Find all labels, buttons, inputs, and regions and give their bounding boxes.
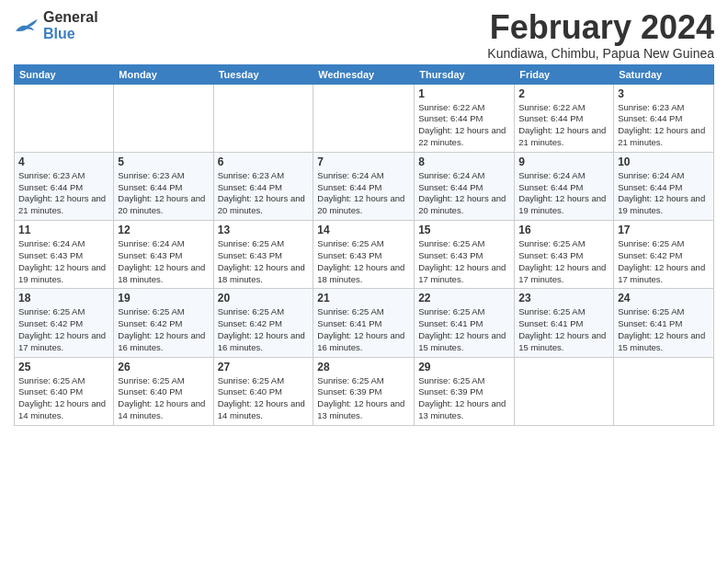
location-subtitle: Kundiawa, Chimbu, Papua New Guinea — [487, 46, 714, 61]
day-info: Sunrise: 6:22 AM Sunset: 6:44 PM Dayligh… — [518, 102, 609, 149]
day-number: 28 — [317, 361, 410, 373]
day-info: Sunrise: 6:25 AM Sunset: 6:40 PM Dayligh… — [118, 375, 209, 422]
day-info: Sunrise: 6:25 AM Sunset: 6:41 PM Dayligh… — [418, 306, 510, 353]
col-saturday: Saturday — [614, 64, 714, 84]
header: General Blue February 2024 Kundiawa, Chi… — [14, 9, 714, 61]
col-wednesday: Wednesday — [313, 64, 415, 84]
day-number: 16 — [518, 224, 609, 236]
table-row: 5Sunrise: 6:23 AM Sunset: 6:44 PM Daylig… — [114, 152, 213, 220]
day-number: 2 — [518, 87, 609, 100]
table-row: 11Sunrise: 6:24 AM Sunset: 6:43 PM Dayli… — [15, 221, 114, 289]
day-info: Sunrise: 6:24 AM Sunset: 6:44 PM Dayligh… — [518, 170, 609, 217]
table-row: 21Sunrise: 6:25 AM Sunset: 6:41 PM Dayli… — [313, 289, 415, 357]
logo-text: General Blue — [43, 9, 98, 41]
table-row: 16Sunrise: 6:25 AM Sunset: 6:43 PM Dayli… — [515, 221, 614, 289]
table-row: 17Sunrise: 6:25 AM Sunset: 6:42 PM Dayli… — [614, 221, 714, 289]
day-number: 22 — [418, 292, 510, 304]
col-sunday: Sunday — [15, 64, 114, 84]
day-number: 19 — [118, 292, 209, 304]
table-row: 27Sunrise: 6:25 AM Sunset: 6:40 PM Dayli… — [213, 357, 313, 425]
calendar-week-row: 11Sunrise: 6:24 AM Sunset: 6:43 PM Dayli… — [15, 221, 714, 289]
table-row: 4Sunrise: 6:23 AM Sunset: 6:44 PM Daylig… — [15, 152, 114, 220]
month-title: February 2024 — [487, 9, 714, 46]
day-info: Sunrise: 6:25 AM Sunset: 6:40 PM Dayligh… — [18, 375, 109, 422]
table-row: 8Sunrise: 6:24 AM Sunset: 6:44 PM Daylig… — [415, 152, 515, 220]
day-number: 12 — [118, 224, 209, 236]
day-info: Sunrise: 6:25 AM Sunset: 6:43 PM Dayligh… — [518, 238, 609, 285]
table-row: 25Sunrise: 6:25 AM Sunset: 6:40 PM Dayli… — [15, 357, 114, 425]
day-number: 13 — [218, 224, 310, 236]
title-block: February 2024 Kundiawa, Chimbu, Papua Ne… — [487, 9, 714, 61]
table-row: 7Sunrise: 6:24 AM Sunset: 6:44 PM Daylig… — [313, 152, 415, 220]
col-thursday: Thursday — [415, 64, 515, 84]
table-row: 2Sunrise: 6:22 AM Sunset: 6:44 PM Daylig… — [515, 84, 614, 152]
logo: General Blue — [14, 9, 98, 41]
table-row: 24Sunrise: 6:25 AM Sunset: 6:41 PM Dayli… — [614, 289, 714, 357]
table-row — [15, 84, 114, 152]
calendar-week-row: 1Sunrise: 6:22 AM Sunset: 6:44 PM Daylig… — [15, 84, 714, 152]
day-number: 29 — [418, 361, 510, 373]
day-number: 3 — [618, 87, 710, 100]
day-number: 23 — [518, 292, 609, 304]
day-number: 15 — [418, 224, 510, 236]
logo-line2: Blue — [43, 26, 98, 42]
day-info: Sunrise: 6:25 AM Sunset: 6:43 PM Dayligh… — [418, 238, 510, 285]
day-number: 9 — [518, 155, 609, 168]
day-info: Sunrise: 6:22 AM Sunset: 6:44 PM Dayligh… — [418, 102, 510, 149]
table-row — [114, 84, 213, 152]
day-info: Sunrise: 6:24 AM Sunset: 6:44 PM Dayligh… — [618, 170, 710, 217]
day-info: Sunrise: 6:23 AM Sunset: 6:44 PM Dayligh… — [218, 170, 310, 217]
day-info: Sunrise: 6:25 AM Sunset: 6:39 PM Dayligh… — [317, 375, 410, 422]
day-info: Sunrise: 6:23 AM Sunset: 6:44 PM Dayligh… — [18, 170, 109, 217]
table-row: 1Sunrise: 6:22 AM Sunset: 6:44 PM Daylig… — [415, 84, 515, 152]
table-row: 22Sunrise: 6:25 AM Sunset: 6:41 PM Dayli… — [415, 289, 515, 357]
calendar-header-row: Sunday Monday Tuesday Wednesday Thursday… — [15, 64, 714, 84]
day-info: Sunrise: 6:25 AM Sunset: 6:42 PM Dayligh… — [18, 306, 109, 353]
col-monday: Monday — [114, 64, 213, 84]
day-info: Sunrise: 6:23 AM Sunset: 6:44 PM Dayligh… — [118, 170, 209, 217]
table-row: 28Sunrise: 6:25 AM Sunset: 6:39 PM Dayli… — [313, 357, 415, 425]
day-number: 10 — [618, 155, 710, 168]
day-number: 20 — [218, 292, 310, 304]
table-row: 14Sunrise: 6:25 AM Sunset: 6:43 PM Dayli… — [313, 221, 415, 289]
day-number: 6 — [218, 155, 310, 168]
day-number: 17 — [618, 224, 710, 236]
day-info: Sunrise: 6:24 AM Sunset: 6:44 PM Dayligh… — [418, 170, 510, 217]
day-number: 27 — [218, 361, 310, 373]
table-row — [313, 84, 415, 152]
day-number: 11 — [18, 224, 109, 236]
table-row: 19Sunrise: 6:25 AM Sunset: 6:42 PM Dayli… — [114, 289, 213, 357]
day-number: 24 — [618, 292, 710, 304]
table-row: 9Sunrise: 6:24 AM Sunset: 6:44 PM Daylig… — [515, 152, 614, 220]
day-info: Sunrise: 6:23 AM Sunset: 6:44 PM Dayligh… — [618, 102, 710, 149]
table-row: 26Sunrise: 6:25 AM Sunset: 6:40 PM Dayli… — [114, 357, 213, 425]
calendar-week-row: 18Sunrise: 6:25 AM Sunset: 6:42 PM Dayli… — [15, 289, 714, 357]
table-row: 29Sunrise: 6:25 AM Sunset: 6:39 PM Dayli… — [415, 357, 515, 425]
day-info: Sunrise: 6:25 AM Sunset: 6:42 PM Dayligh… — [118, 306, 209, 353]
table-row: 20Sunrise: 6:25 AM Sunset: 6:42 PM Dayli… — [213, 289, 313, 357]
day-number: 18 — [18, 292, 109, 304]
day-info: Sunrise: 6:24 AM Sunset: 6:44 PM Dayligh… — [317, 170, 410, 217]
table-row: 3Sunrise: 6:23 AM Sunset: 6:44 PM Daylig… — [614, 84, 714, 152]
col-tuesday: Tuesday — [213, 64, 313, 84]
table-row — [515, 357, 614, 425]
table-row: 13Sunrise: 6:25 AM Sunset: 6:43 PM Dayli… — [213, 221, 313, 289]
page-container: General Blue February 2024 Kundiawa, Chi… — [0, 0, 728, 431]
day-info: Sunrise: 6:24 AM Sunset: 6:43 PM Dayligh… — [18, 238, 109, 285]
calendar-week-row: 25Sunrise: 6:25 AM Sunset: 6:40 PM Dayli… — [15, 357, 714, 425]
table-row: 6Sunrise: 6:23 AM Sunset: 6:44 PM Daylig… — [213, 152, 313, 220]
table-row: 15Sunrise: 6:25 AM Sunset: 6:43 PM Dayli… — [415, 221, 515, 289]
table-row — [213, 84, 313, 152]
day-number: 25 — [18, 361, 109, 373]
day-info: Sunrise: 6:24 AM Sunset: 6:43 PM Dayligh… — [118, 238, 209, 285]
day-info: Sunrise: 6:25 AM Sunset: 6:41 PM Dayligh… — [618, 306, 710, 353]
day-number: 1 — [418, 87, 510, 100]
day-info: Sunrise: 6:25 AM Sunset: 6:43 PM Dayligh… — [317, 238, 410, 285]
table-row: 10Sunrise: 6:24 AM Sunset: 6:44 PM Dayli… — [614, 152, 714, 220]
table-row: 12Sunrise: 6:24 AM Sunset: 6:43 PM Dayli… — [114, 221, 213, 289]
table-row — [614, 357, 714, 425]
calendar-week-row: 4Sunrise: 6:23 AM Sunset: 6:44 PM Daylig… — [15, 152, 714, 220]
day-number: 14 — [317, 224, 410, 236]
table-row: 18Sunrise: 6:25 AM Sunset: 6:42 PM Dayli… — [15, 289, 114, 357]
day-number: 26 — [118, 361, 209, 373]
